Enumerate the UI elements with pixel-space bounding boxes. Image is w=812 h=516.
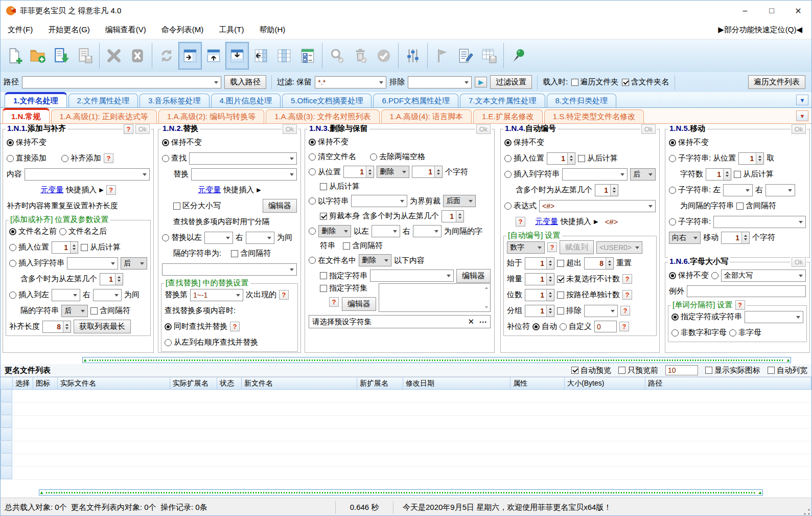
column-icon[interactable]: 图标 — [33, 377, 58, 389]
right-delim-combobox[interactable] — [93, 289, 122, 301]
help-button[interactable]: ? — [279, 290, 289, 300]
overflow-spinner[interactable]: 8 — [584, 257, 614, 270]
left-delim-combobox[interactable] — [723, 184, 753, 196]
exclude-combobox[interactable] — [584, 305, 618, 317]
pad-length-spinner[interactable]: 8 — [42, 321, 71, 333]
panel-top-layout-button[interactable] — [202, 42, 225, 70]
exception-input[interactable] — [687, 285, 806, 297]
row-header-cell[interactable] — [1, 415, 12, 428]
move-count-spinner[interactable]: 1 — [721, 232, 750, 244]
delete-mode-combobox[interactable]: 删除 — [359, 254, 391, 266]
expand-arrow[interactable]: ▶ — [99, 187, 103, 193]
panel-bottom-layout-button[interactable] — [225, 42, 249, 70]
ok-button[interactable]: Ok — [792, 257, 806, 267]
tab-filename[interactable]: 1.文件名处理 — [5, 92, 67, 107]
column-status[interactable]: 状态 — [217, 377, 242, 389]
insert-string-combobox[interactable] — [67, 257, 118, 270]
include-sep-checkbox[interactable]: 含间隔符 — [90, 306, 130, 316]
radio-substring-position[interactable]: 子字符串: 从位置 — [669, 153, 736, 163]
right-delim-combobox[interactable] — [765, 184, 795, 196]
count-from-end-checkbox[interactable]: 从后计算 — [734, 169, 774, 179]
right-delim-combobox[interactable] — [246, 232, 274, 244]
radio-simultaneous[interactable]: 同时查找并替换 — [165, 322, 227, 331]
path-combobox[interactable] — [22, 76, 221, 88]
horizontal-splitter[interactable]: ▲▲ — [82, 357, 791, 363]
help-button[interactable]: ? — [329, 297, 339, 307]
save-list-button[interactable] — [73, 42, 97, 70]
browse-icon[interactable]: ··· — [479, 318, 487, 326]
insert-position-spinner[interactable]: 1 — [547, 152, 575, 165]
radio-substring-between[interactable]: 子字符串: 左 — [669, 185, 721, 195]
checklist-button[interactable] — [296, 42, 319, 70]
menu-command-list[interactable]: 命令列表(M) — [161, 25, 204, 35]
expression-combobox[interactable]: <#> — [539, 200, 656, 212]
radio-substring-custom[interactable]: 子字符串: — [669, 217, 711, 227]
char-count-spinner[interactable]: 1 — [706, 168, 731, 181]
position-spinner[interactable]: 1 — [343, 166, 374, 178]
pin-button[interactable] — [506, 42, 530, 70]
file-table-body[interactable] — [1, 390, 811, 489]
refresh-button[interactable] — [155, 42, 178, 70]
apply-filter-button[interactable]: ▶ — [475, 77, 487, 87]
menu-edit-view[interactable]: 编辑查看(V) — [105, 25, 146, 35]
menu-tools[interactable]: 工具(T) — [219, 25, 244, 35]
new-file-button[interactable] — [3, 42, 26, 70]
radio-delete-in-name[interactable]: 在文件名中 — [309, 256, 356, 265]
preview-first-checkbox[interactable]: 只预览前 — [618, 366, 658, 375]
tab-file-attr[interactable]: 2.文件属性处理 — [68, 94, 138, 107]
delete-mode-combobox[interactable]: 删除 — [318, 225, 351, 237]
left-delim-combobox[interactable] — [204, 232, 233, 244]
load-path-button[interactable]: 载入路径 — [224, 75, 266, 89]
help-button[interactable]: ? — [622, 290, 632, 300]
overflow-checkbox[interactable]: 超出 — [557, 258, 582, 268]
insert-position-spinner[interactable]: 1 — [52, 241, 78, 254]
tab-text-attr[interactable]: 7.文本文件属性处理 — [460, 94, 545, 107]
include-sep-checkbox[interactable]: 含间隔符 — [736, 201, 776, 211]
radio-find[interactable]: 查找 — [162, 153, 187, 163]
tab-adv3-mapping[interactable]: 1.A.高级(3): 文件名对照列表 — [266, 109, 379, 123]
radio-insert-between[interactable]: 插入到左 — [9, 290, 49, 300]
radio-non-alnum[interactable]: 非数字和字母 — [671, 328, 727, 338]
radio-keep-unchanged[interactable]: 保持不变 — [669, 271, 709, 280]
walk-file-list-button[interactable]: 遍历文件列表 — [748, 75, 805, 89]
radio-left-to-right[interactable]: 从左到右顺序查找并替换 — [165, 338, 258, 347]
clear-icon[interactable]: ✕ — [468, 317, 474, 326]
crop-string-combobox[interactable] — [351, 195, 407, 207]
column-select[interactable]: 选择 — [13, 377, 33, 389]
separator-combobox[interactable] — [745, 311, 803, 323]
tab-pdf-attr[interactable]: 6.PDF文档属性处理 — [373, 94, 458, 107]
flag-button[interactable] — [430, 42, 454, 70]
after-before-combobox[interactable]: 后 — [121, 257, 147, 270]
row-header-cell[interactable] — [1, 441, 12, 454]
menu-help[interactable]: 帮助(H) — [259, 25, 285, 35]
custom-pad-input[interactable] — [594, 321, 617, 332]
metavar-link[interactable]: 元变量 — [535, 217, 558, 227]
charset-textarea[interactable] — [379, 283, 491, 312]
radio-crop-by-string[interactable]: 以字符串 — [309, 196, 349, 206]
main-tab-dropdown[interactable]: ▼ — [796, 95, 808, 105]
edit-list-button[interactable] — [454, 42, 477, 70]
exclude-combobox[interactable] — [408, 76, 472, 88]
preview-count-input[interactable] — [665, 365, 698, 375]
radio-keep-unchanged[interactable]: 保持不变 — [309, 137, 349, 147]
apply-button[interactable] — [372, 42, 396, 70]
include-sep-checkbox[interactable]: 含间隔符 — [231, 249, 271, 258]
left-delim-combobox[interactable] — [372, 225, 400, 237]
radio-keep-unchanged[interactable]: 保持不变 — [669, 138, 709, 147]
menu-rename[interactable]: 开始更名(G) — [48, 25, 90, 35]
help-button[interactable]: ? — [547, 242, 557, 252]
ok-button[interactable]: Ok — [792, 124, 806, 134]
help-button[interactable]: ? — [230, 322, 240, 331]
specify-charset-checkbox[interactable]: 指定字符集 — [320, 283, 376, 293]
tab-adv1-regex[interactable]: 1.A.高级(1): 正则表达式等 — [51, 109, 157, 123]
skip-unchecked-checkbox[interactable]: 未复选行不计数 — [557, 274, 620, 284]
panel-right-layout-button[interactable] — [178, 42, 202, 70]
settings-button[interactable] — [401, 42, 425, 70]
delete-item-button[interactable] — [102, 42, 126, 70]
walk-folders-checkbox[interactable]: 遍历文件夹 — [571, 77, 619, 87]
start-spinner[interactable]: 1 — [525, 257, 554, 270]
char-count-spinner[interactable]: 1 — [412, 166, 443, 178]
assign-to-button[interactable]: 赋值到 — [560, 240, 594, 254]
number-type-combobox[interactable]: 数字 — [507, 241, 545, 254]
count-from-end-checkbox[interactable]: 从后计算 — [81, 242, 121, 252]
